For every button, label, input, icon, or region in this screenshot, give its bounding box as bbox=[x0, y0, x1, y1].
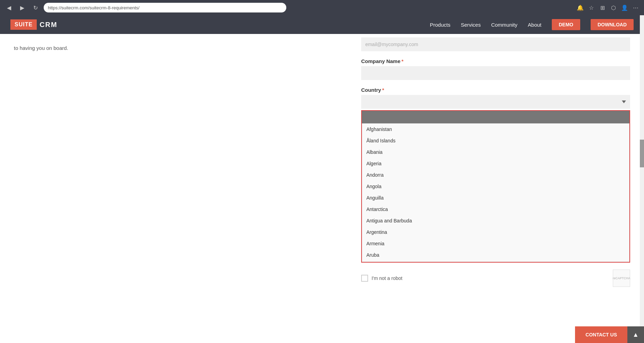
list-item[interactable]: Armenia bbox=[362, 238, 629, 249]
refresh-button[interactable]: ↻ bbox=[31, 3, 40, 12]
notifications-icon[interactable]: 🔔 bbox=[576, 3, 584, 12]
download-button[interactable]: DOWNLOAD bbox=[591, 19, 634, 30]
list-item[interactable]: Åland Islands bbox=[362, 135, 629, 147]
left-text: to having you on board. bbox=[14, 44, 340, 52]
nav-community[interactable]: Community bbox=[491, 22, 517, 28]
recaptcha-logo: reCAPTCHA bbox=[613, 270, 630, 287]
required-star: * bbox=[401, 58, 403, 64]
nav-services[interactable]: Services bbox=[461, 22, 481, 28]
list-item[interactable]: Afghanistan bbox=[362, 124, 629, 135]
list-item[interactable]: Algeria bbox=[362, 158, 629, 169]
list-item[interactable]: Albania bbox=[362, 147, 629, 158]
nav-about[interactable]: About bbox=[528, 22, 541, 28]
profile-icon[interactable]: 👤 bbox=[620, 3, 629, 12]
menu-icon[interactable]: ⋯ bbox=[632, 3, 640, 12]
email-form-group bbox=[361, 37, 630, 51]
logo-crm: CRM bbox=[40, 21, 58, 29]
country-select[interactable] bbox=[361, 95, 630, 109]
list-item[interactable]: Argentina bbox=[362, 227, 629, 238]
country-search-input[interactable] bbox=[362, 111, 629, 123]
url-text: https://suitecrm.com/suitecrm-8-requirem… bbox=[48, 5, 139, 10]
recaptcha-checkbox[interactable] bbox=[361, 275, 368, 282]
company-name-label: Company Name* bbox=[361, 58, 630, 64]
recaptcha-area: I'm not a robot reCAPTCHA bbox=[361, 270, 630, 287]
recaptcha-label: I'm not a robot bbox=[372, 275, 402, 281]
nav-links: Products Services Community About DEMO D… bbox=[430, 19, 634, 30]
email-input[interactable] bbox=[361, 37, 630, 51]
country-required-star: * bbox=[382, 87, 384, 93]
site-nav: SUITE CRM Products Services Community Ab… bbox=[0, 15, 644, 34]
bookmarks-icon[interactable]: ⊞ bbox=[598, 3, 607, 12]
nav-products[interactable]: Products bbox=[430, 22, 450, 28]
company-name-form-group: Company Name* bbox=[361, 58, 630, 80]
country-dropdown-list: AfghanistanÅland IslandsAlbaniaAlgeriaAn… bbox=[362, 123, 629, 262]
extensions-icon[interactable]: ⬡ bbox=[609, 3, 618, 12]
page-content: to having you on board. Company Name* Co… bbox=[0, 34, 644, 290]
list-item[interactable]: Antarctica bbox=[362, 204, 629, 215]
list-item[interactable]: Australia bbox=[362, 261, 629, 262]
bookmark-icon[interactable]: ☆ bbox=[587, 3, 595, 12]
browser-chrome: ◀ ▶ ↻ https://suitecrm.com/suitecrm-8-re… bbox=[0, 0, 644, 15]
back-button[interactable]: ◀ bbox=[4, 3, 14, 12]
country-form-group: Country* AfghanistanÅland IslandsAlbania… bbox=[361, 87, 630, 263]
list-item[interactable]: Angola bbox=[362, 181, 629, 192]
forward-button[interactable]: ▶ bbox=[17, 3, 27, 12]
list-item[interactable]: Aruba bbox=[362, 249, 629, 261]
demo-button[interactable]: DEMO bbox=[552, 19, 580, 30]
country-dropdown-open: AfghanistanÅland IslandsAlbaniaAlgeriaAn… bbox=[361, 110, 630, 263]
right-section: Company Name* Country* AfghanistanÅland … bbox=[354, 34, 644, 290]
country-label: Country* bbox=[361, 87, 630, 93]
scrollbar-thumb[interactable] bbox=[640, 140, 644, 167]
list-item[interactable]: Andorra bbox=[362, 169, 629, 181]
address-bar[interactable]: https://suitecrm.com/suitecrm-8-requirem… bbox=[44, 3, 286, 12]
logo-suite: SUITE bbox=[10, 19, 37, 30]
list-item[interactable]: Antigua and Barbuda bbox=[362, 215, 629, 227]
company-name-input[interactable] bbox=[361, 66, 630, 80]
list-item[interactable]: Anguilla bbox=[362, 192, 629, 204]
left-section: to having you on board. bbox=[0, 34, 354, 290]
page-scrollbar[interactable] bbox=[640, 15, 644, 290]
